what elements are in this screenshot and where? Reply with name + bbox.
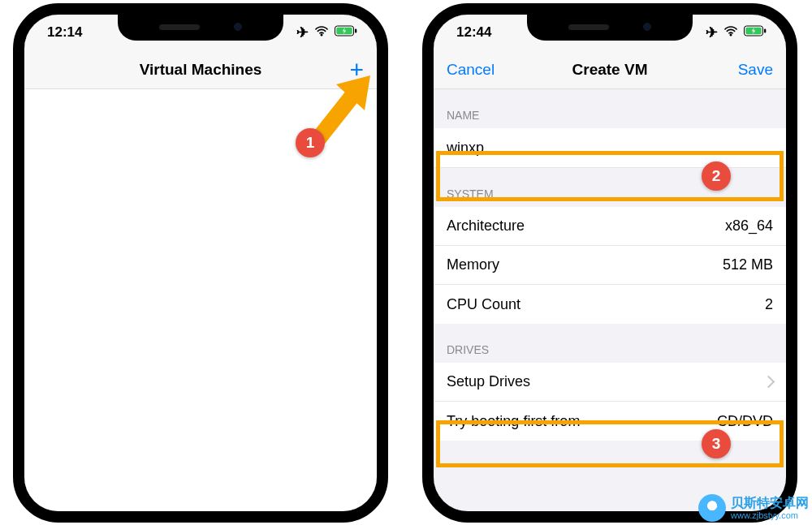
form-content: NAME SYSTEM Architecture x86_64 Memory 5… — [434, 89, 786, 511]
status-icons — [296, 24, 357, 41]
section-header-drives: DRIVES — [434, 324, 786, 363]
status-icons — [706, 24, 767, 41]
boot-first-cell[interactable]: Try booting first from CD/DVD — [434, 402, 786, 441]
cell-value: x86_64 — [725, 217, 773, 235]
marker-2: 2 — [702, 161, 731, 191]
cell-value: CD/DVD — [717, 413, 773, 430]
cell-value: 2 — [765, 296, 773, 313]
svg-rect-1 — [355, 29, 356, 33]
add-button[interactable]: + — [349, 58, 364, 82]
watermark-title: 贝斯特安卓网 — [731, 496, 809, 510]
wifi-icon — [314, 24, 329, 41]
architecture-cell[interactable]: Architecture x86_64 — [434, 207, 786, 246]
section-header-system: SYSTEM — [434, 168, 786, 207]
memory-cell[interactable]: Memory 512 MB — [434, 246, 786, 285]
cpu-count-cell[interactable]: CPU Count 2 — [434, 285, 786, 324]
marker-3: 3 — [702, 429, 731, 458]
nav-title: Create VM — [572, 61, 648, 79]
name-cell[interactable] — [434, 128, 786, 168]
status-time: 12:14 — [47, 24, 82, 41]
chevron-right-icon — [758, 373, 773, 390]
status-time: 12:44 — [456, 24, 491, 41]
wifi-icon — [723, 24, 738, 41]
cell-label: Try booting first from — [447, 413, 580, 430]
cell-label: CPU Count — [447, 296, 520, 313]
svg-rect-4 — [764, 29, 766, 33]
nav-bar: Cancel Create VM Save — [434, 50, 786, 89]
name-input[interactable] — [447, 128, 773, 167]
setup-drives-cell[interactable]: Setup Drives — [434, 363, 786, 402]
battery-charging-icon — [744, 24, 767, 41]
phone-left: 12:14 Virtual Machines + 1 — [13, 3, 388, 523]
cancel-button[interactable]: Cancel — [447, 61, 495, 79]
nav-bar: Virtual Machines + — [24, 50, 377, 89]
battery-charging-icon — [335, 24, 357, 41]
cell-value: 512 MB — [723, 256, 773, 273]
nav-title: Virtual Machines — [140, 61, 262, 79]
airplane-icon — [706, 24, 718, 41]
watermark-url: www.zjbstyy.com — [731, 510, 809, 520]
cell-label: Memory — [447, 256, 499, 273]
cell-label: Setup Drives — [447, 373, 530, 390]
watermark: 贝斯特安卓网 www.zjbstyy.com — [698, 494, 809, 522]
empty-content — [24, 89, 377, 511]
cell-label: Architecture — [447, 217, 525, 235]
section-header-name: NAME — [434, 89, 786, 128]
phone-right: 12:44 Cancel Create VM Save NAME SYSTEM — [422, 3, 797, 523]
marker-1: 1 — [296, 128, 325, 157]
watermark-logo-icon — [698, 494, 726, 522]
save-button[interactable]: Save — [738, 61, 773, 79]
airplane-icon — [296, 24, 309, 41]
